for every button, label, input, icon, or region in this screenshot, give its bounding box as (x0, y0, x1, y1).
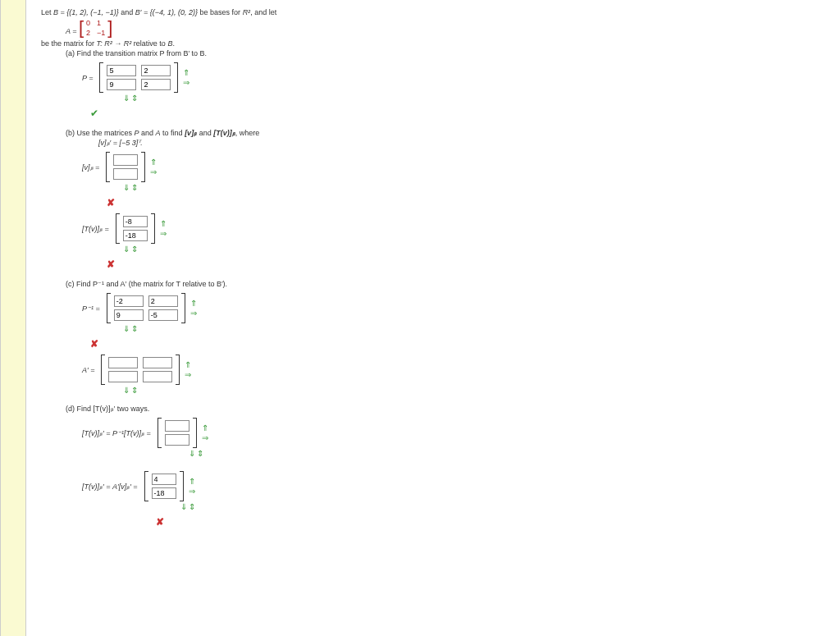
pinv-cell-01[interactable] (148, 295, 178, 307)
aprime-cell-00[interactable] (108, 357, 138, 368)
arrow-icon[interactable]: ⇑ (185, 361, 191, 369)
arrow-icon[interactable]: ⇒ (202, 434, 208, 442)
part-b-given: [v]ᵦ′ = [−5 3]ᵀ. (98, 139, 825, 147)
part-d-way2: [T(v)]ᵦ′ = A′[v]ᵦ′ = ⇑ ⇒ (82, 471, 825, 501)
part-c-pinv: P⁻¹ = ⇑ ⇒ (82, 293, 825, 323)
arrow-icon[interactable]: ⇕ (197, 450, 203, 458)
arrow-icon[interactable]: ⇑ (189, 478, 195, 486)
arrow-icon[interactable]: ⇓ (180, 503, 187, 511)
problem-content: Let B = {(1, 2), (−1, −1)} and B′ = {(−4… (26, 0, 840, 636)
arrow-icon[interactable]: ⇑ (150, 158, 157, 167)
arrow-icon[interactable]: ⇕ (131, 387, 138, 395)
arrow-icon[interactable]: ⇕ (131, 184, 138, 192)
intro-line1: Let B = {(1, 2), (−1, −1)} and B′ = {(−4… (41, 8, 825, 16)
d2-cell-1[interactable] (152, 487, 176, 499)
part-c-aprime: A′ = ⇑ ⇒ (82, 355, 825, 385)
vB-cell-1[interactable] (113, 168, 138, 180)
arrow-icon[interactable]: ⇒ (185, 371, 191, 379)
x-icon: ✘ (90, 338, 825, 350)
d2-cell-0[interactable] (152, 474, 176, 485)
arrow-add-row-icon[interactable]: ⇓ (123, 94, 130, 103)
d1-cell-0[interactable] (165, 420, 189, 432)
p-cell-10[interactable] (107, 79, 136, 90)
part-b-TvB: [T(v)]ᵦ = ⇑ ⇒ (82, 213, 825, 244)
arrow-remove-row-icon[interactable]: ⇑ (183, 69, 189, 77)
aprime-label: A′ = (82, 366, 94, 374)
p-cell-11[interactable] (141, 79, 171, 90)
arrow-icon[interactable]: ⇕ (189, 503, 195, 511)
p-cell-01[interactable] (141, 65, 171, 76)
arrow-icon[interactable]: ⇒ (190, 309, 197, 318)
arrow-icon[interactable]: ⇕ (131, 245, 138, 254)
TvB-label: [T(v)]ᵦ = (82, 225, 109, 233)
aprime-cell-10[interactable] (108, 371, 138, 382)
left-gutter (0, 0, 26, 636)
arrow-icon[interactable]: ⇓ (123, 245, 130, 254)
TvB-cell-1[interactable] (123, 230, 148, 241)
aprime-cell-11[interactable] (143, 371, 172, 382)
arrow-icon[interactable]: ⇓ (123, 325, 130, 333)
intro-line3: be the matrix for T: R² → R² relative to… (41, 39, 825, 48)
pinv-cell-10[interactable] (114, 309, 144, 321)
part-d-prompt: (d) Find [T(v)]ᵦ′ two ways. (66, 405, 825, 413)
part-d-way1: [T(v)]ᵦ′ = P⁻¹[T(v)]ᵦ = ⇑ ⇒ (82, 418, 825, 448)
arrow-icon[interactable]: ⇓ (189, 450, 195, 458)
p-cell-00[interactable] (107, 65, 136, 76)
part-a-prompt: (a) Find the transition matrix P from B′… (66, 49, 825, 57)
arrow-icon[interactable]: ⇑ (202, 424, 208, 432)
d-label1: [T(v)]ᵦ′ = P⁻¹[T(v)]ᵦ = (82, 429, 151, 437)
arrow-icon[interactable]: ⇓ (123, 387, 130, 395)
d1-cell-1[interactable] (165, 434, 189, 446)
vB-cell-0[interactable] (113, 154, 138, 166)
part-a-answer: P = ⇑ ⇒ (82, 62, 825, 93)
arrow-icon[interactable]: ⇑ (160, 220, 167, 228)
x-icon: ✘ (156, 516, 825, 528)
arrow-icon[interactable]: ⇒ (150, 168, 157, 176)
d-label2: [T(v)]ᵦ′ = A′[v]ᵦ′ = (82, 483, 138, 491)
arrow-fill-icon[interactable]: ⇕ (131, 94, 138, 103)
aprime-cell-01[interactable] (143, 357, 172, 368)
p-label: P = (82, 74, 93, 82)
arrow-icon[interactable]: ⇒ (189, 487, 195, 496)
part-b-prompt: (b) Use the matrices P and A to find [v]… (66, 129, 825, 137)
TvB-cell-0[interactable] (123, 216, 148, 227)
part-b-vB: [v]ᵦ = ⇑ ⇒ (82, 152, 825, 182)
pinv-label: P⁻¹ = (82, 304, 100, 313)
pinv-cell-00[interactable] (114, 295, 144, 307)
part-c-prompt: (c) Find P⁻¹ and A′ (the matrix for T re… (66, 280, 825, 288)
x-icon: ✘ (107, 259, 825, 270)
matrix-A-def: A = [ 01 2−1 ] (66, 18, 825, 38)
x-icon: ✘ (107, 197, 825, 208)
pinv-cell-11[interactable] (148, 309, 178, 321)
arrow-icon[interactable]: ⇕ (131, 325, 138, 333)
arrow-icon[interactable]: ⇓ (123, 184, 130, 192)
check-icon: ✔ (90, 108, 825, 119)
arrow-icon[interactable]: ⇒ (160, 230, 167, 238)
vB-label: [v]ᵦ = (82, 163, 99, 172)
arrow-icon[interactable]: ⇑ (190, 300, 197, 308)
arrow-add-col-icon[interactable]: ⇒ (183, 79, 189, 87)
